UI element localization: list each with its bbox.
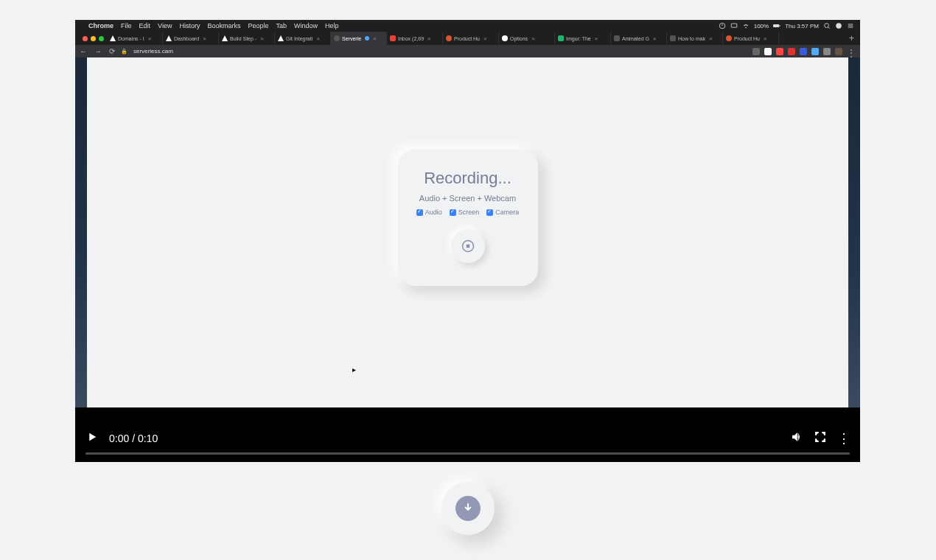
close-icon[interactable]: × — [709, 35, 713, 42]
tab-imgur[interactable]: Imgur: The× — [555, 32, 611, 45]
download-arrow-icon — [462, 503, 474, 514]
extension-icon[interactable] — [811, 48, 819, 55]
extension-icon[interactable] — [835, 48, 842, 55]
vercel-icon — [222, 35, 228, 41]
video-controls: 0:00 / 0:10 ⋮ — [75, 407, 860, 462]
svg-rect-7 — [466, 245, 469, 248]
menu-file[interactable]: File — [121, 22, 132, 29]
battery-icon — [773, 22, 780, 29]
stop-recording-button[interactable] — [451, 229, 485, 263]
close-icon[interactable]: × — [260, 35, 264, 42]
more-options-button[interactable]: ⋮ — [837, 432, 850, 445]
toggle-icon — [719, 22, 726, 29]
url-text[interactable]: serverless.cam — [133, 48, 747, 55]
extension-icon[interactable] — [776, 48, 783, 55]
checkbox-screen[interactable]: Screen — [450, 209, 480, 216]
back-button[interactable]: ← — [80, 47, 87, 55]
download-button[interactable] — [441, 482, 495, 535]
github-icon — [502, 35, 508, 41]
cursor-icon: ▸ — [352, 365, 356, 374]
siri-icon[interactable] — [835, 22, 842, 29]
tab-serverless[interactable]: Serverle× — [331, 32, 387, 45]
close-window-button[interactable] — [83, 36, 88, 41]
star-icon[interactable] — [764, 48, 772, 55]
menu-view[interactable]: View — [158, 22, 172, 29]
control-center-icon[interactable] — [847, 22, 854, 29]
extension-icons: ⋮ — [752, 48, 856, 55]
video-time-display: 0:00 / 0:10 — [109, 433, 158, 444]
tab-producthunt-2[interactable]: Product Hu× — [723, 32, 779, 45]
recording-card: Recording... Audio + Screen + Webcam Aud… — [398, 150, 538, 286]
chrome-menu-button[interactable]: ⋮ — [847, 48, 856, 55]
reload-button[interactable]: ⟳ — [109, 47, 115, 55]
minimize-window-button[interactable] — [91, 36, 96, 41]
tab-producthunt-1[interactable]: Product Hu× — [443, 32, 499, 45]
checkbox-icon — [486, 209, 493, 216]
close-icon[interactable]: × — [595, 35, 598, 42]
extension-icon[interactable] — [800, 48, 807, 55]
tab-dashboard[interactable]: Dashboard× — [163, 32, 219, 45]
maximize-window-button[interactable] — [99, 36, 104, 41]
screen-mirror-icon — [730, 22, 738, 29]
tab-animated[interactable]: Animated G× — [611, 32, 667, 45]
tab-inbox[interactable]: Inbox (2,69× — [387, 32, 443, 45]
checkbox-icon — [416, 209, 423, 216]
close-icon[interactable]: × — [531, 35, 535, 42]
close-icon[interactable]: × — [764, 35, 767, 42]
extension-icon[interactable] — [752, 48, 760, 55]
menubar-datetime: Thu 3:57 PM — [785, 23, 819, 29]
volume-button[interactable] — [790, 430, 803, 447]
tab-options[interactable]: Options× — [499, 32, 555, 45]
page-content: Recording... Audio + Screen + Webcam Aud… — [75, 57, 860, 407]
svg-rect-2 — [773, 24, 779, 27]
extension-icon[interactable] — [788, 48, 795, 55]
menu-bookmarks[interactable]: Bookmarks — [207, 22, 240, 29]
extension-icon[interactable] — [823, 48, 831, 55]
menu-window[interactable]: Window — [294, 22, 318, 29]
menu-help[interactable]: Help — [325, 22, 339, 29]
close-icon[interactable]: × — [148, 35, 152, 42]
menu-tab[interactable]: Tab — [276, 22, 287, 29]
checkbox-icon — [450, 209, 456, 216]
tab-howto[interactable]: How to mak× — [667, 32, 723, 45]
vercel-icon — [278, 35, 284, 41]
checkbox-camera[interactable]: Camera — [486, 209, 519, 216]
menu-people[interactable]: People — [248, 22, 268, 29]
lock-icon: 🔒 — [121, 49, 128, 55]
chrome-window: Domains - I× Dashboard× Build Step -× Gi… — [75, 32, 860, 57]
play-button[interactable] — [85, 430, 99, 447]
volume-icon — [790, 430, 803, 444]
search-icon[interactable] — [823, 22, 831, 29]
video-progress-bar[interactable] — [85, 452, 850, 455]
camera-icon — [334, 35, 340, 41]
window-controls — [80, 36, 107, 41]
recording-indicator-icon — [365, 36, 369, 41]
forward-button[interactable]: → — [94, 47, 102, 55]
tab-domains[interactable]: Domains - I× — [107, 32, 163, 45]
menu-edit[interactable]: Edit — [139, 22, 151, 29]
close-icon[interactable]: × — [427, 35, 431, 42]
fullscreen-button[interactable] — [814, 430, 827, 447]
svg-point-4 — [825, 24, 829, 28]
tab-strip: Domains - I× Dashboard× Build Step -× Gi… — [75, 32, 860, 45]
wifi-icon — [742, 22, 750, 29]
tab-git[interactable]: Git Integrati× — [275, 32, 331, 45]
close-icon[interactable]: × — [653, 35, 657, 42]
desktop-wallpaper-left — [75, 57, 87, 407]
svg-rect-1 — [731, 24, 737, 27]
close-icon[interactable]: × — [483, 35, 487, 42]
close-icon[interactable]: × — [203, 35, 206, 42]
page-icon — [670, 35, 676, 41]
vercel-icon — [166, 35, 172, 41]
close-icon[interactable]: × — [316, 35, 320, 42]
svg-point-5 — [836, 23, 842, 29]
tab-buildstep[interactable]: Build Step -× — [219, 32, 275, 45]
new-tab-button[interactable]: + — [843, 33, 860, 43]
desktop-wallpaper-right — [848, 57, 860, 407]
menu-history[interactable]: History — [179, 22, 200, 29]
play-icon — [85, 430, 99, 444]
fullscreen-icon — [814, 430, 827, 444]
checkbox-audio[interactable]: Audio — [416, 209, 442, 216]
mac-menubar: Chrome File Edit View History Bookmarks … — [75, 20, 860, 32]
close-icon[interactable]: × — [373, 35, 377, 42]
